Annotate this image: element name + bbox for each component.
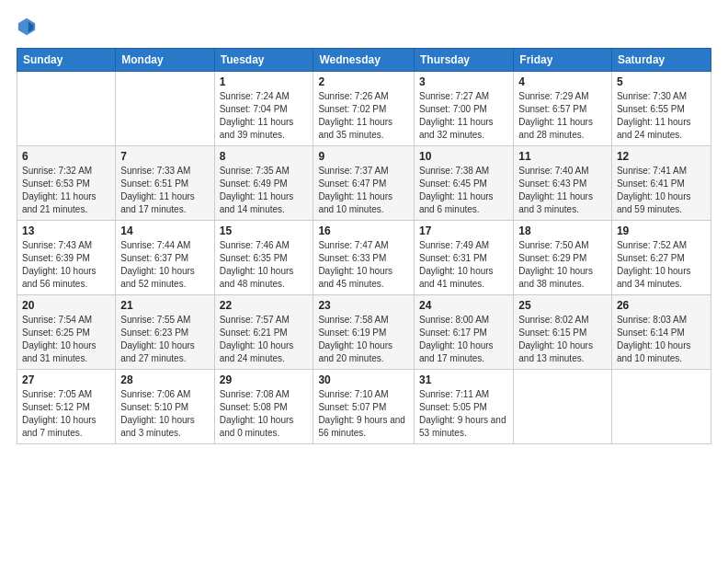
day-number: 20 [22, 299, 110, 312]
day-number: 1 [220, 75, 309, 88]
day-number: 14 [120, 224, 209, 237]
weekday-header-friday: Friday [514, 49, 612, 72]
weekday-header-tuesday: Tuesday [214, 49, 313, 72]
day-info: Sunrise: 7:27 AM Sunset: 7:00 PM Dayligh… [419, 90, 508, 142]
day-cell [116, 72, 214, 146]
day-number: 13 [22, 224, 110, 237]
day-info: Sunrise: 7:37 AM Sunset: 6:47 PM Dayligh… [318, 165, 409, 216]
day-cell [611, 370, 711, 444]
week-row-4: 20Sunrise: 7:54 AM Sunset: 6:25 PM Dayli… [17, 295, 711, 370]
day-info: Sunrise: 7:55 AM Sunset: 6:23 PM Dayligh… [120, 314, 209, 365]
day-info: Sunrise: 7:05 AM Sunset: 5:12 PM Dayligh… [22, 388, 110, 440]
day-info: Sunrise: 7:44 AM Sunset: 6:37 PM Dayligh… [120, 239, 209, 291]
day-cell: 1Sunrise: 7:24 AM Sunset: 7:04 PM Daylig… [214, 72, 313, 146]
day-cell: 30Sunrise: 7:10 AM Sunset: 5:07 PM Dayli… [313, 370, 415, 444]
day-info: Sunrise: 8:00 AM Sunset: 6:17 PM Dayligh… [419, 314, 508, 365]
day-number: 4 [518, 75, 607, 88]
day-cell: 26Sunrise: 8:03 AM Sunset: 6:14 PM Dayli… [611, 295, 711, 370]
day-info: Sunrise: 7:08 AM Sunset: 5:08 PM Dayligh… [220, 388, 309, 440]
day-info: Sunrise: 7:33 AM Sunset: 6:51 PM Dayligh… [120, 165, 209, 216]
day-info: Sunrise: 7:30 AM Sunset: 6:55 PM Dayligh… [617, 90, 706, 142]
day-number: 10 [419, 150, 508, 163]
day-cell: 16Sunrise: 7:47 AM Sunset: 6:33 PM Dayli… [313, 221, 415, 295]
weekday-header-thursday: Thursday [414, 49, 513, 72]
day-cell: 17Sunrise: 7:49 AM Sunset: 6:31 PM Dayli… [414, 221, 513, 295]
day-cell: 19Sunrise: 7:52 AM Sunset: 6:27 PM Dayli… [611, 221, 711, 295]
day-number: 30 [318, 373, 409, 386]
day-cell: 31Sunrise: 7:11 AM Sunset: 5:05 PM Dayli… [414, 370, 513, 444]
day-number: 27 [22, 373, 110, 386]
weekday-header-monday: Monday [116, 49, 214, 72]
day-cell: 11Sunrise: 7:40 AM Sunset: 6:43 PM Dayli… [514, 146, 612, 221]
day-cell: 22Sunrise: 7:57 AM Sunset: 6:21 PM Dayli… [214, 295, 313, 370]
day-info: Sunrise: 7:49 AM Sunset: 6:31 PM Dayligh… [419, 239, 508, 291]
day-number: 16 [318, 224, 409, 237]
day-cell: 3Sunrise: 7:27 AM Sunset: 7:00 PM Daylig… [414, 72, 513, 146]
day-number: 8 [220, 150, 309, 163]
day-number: 5 [617, 75, 706, 88]
day-number: 6 [22, 150, 110, 163]
day-info: Sunrise: 7:40 AM Sunset: 6:43 PM Dayligh… [518, 165, 607, 216]
day-info: Sunrise: 7:32 AM Sunset: 6:53 PM Dayligh… [22, 165, 110, 216]
day-number: 17 [419, 224, 508, 237]
day-cell: 7Sunrise: 7:33 AM Sunset: 6:51 PM Daylig… [116, 146, 214, 221]
day-cell: 12Sunrise: 7:41 AM Sunset: 6:41 PM Dayli… [611, 146, 711, 221]
day-cell: 15Sunrise: 7:46 AM Sunset: 6:35 PM Dayli… [214, 221, 313, 295]
weekday-header-sunday: Sunday [17, 49, 116, 72]
day-cell: 24Sunrise: 8:00 AM Sunset: 6:17 PM Dayli… [414, 295, 513, 370]
day-cell: 20Sunrise: 7:54 AM Sunset: 6:25 PM Dayli… [17, 295, 116, 370]
day-number: 25 [518, 299, 607, 312]
day-info: Sunrise: 7:29 AM Sunset: 6:57 PM Dayligh… [518, 90, 607, 142]
weekday-header-row: SundayMondayTuesdayWednesdayThursdayFrid… [17, 49, 711, 72]
day-info: Sunrise: 7:47 AM Sunset: 6:33 PM Dayligh… [318, 239, 409, 291]
day-number: 22 [220, 299, 309, 312]
day-cell: 14Sunrise: 7:44 AM Sunset: 6:37 PM Dayli… [116, 221, 214, 295]
day-cell: 10Sunrise: 7:38 AM Sunset: 6:45 PM Dayli… [414, 146, 513, 221]
day-info: Sunrise: 7:41 AM Sunset: 6:41 PM Dayligh… [617, 165, 706, 216]
day-number: 18 [518, 224, 607, 237]
day-info: Sunrise: 7:57 AM Sunset: 6:21 PM Dayligh… [220, 314, 309, 365]
day-number: 21 [120, 299, 209, 312]
day-number: 31 [419, 373, 508, 386]
day-cell: 6Sunrise: 7:32 AM Sunset: 6:53 PM Daylig… [17, 146, 116, 221]
day-number: 26 [617, 299, 706, 312]
weekday-header-wednesday: Wednesday [313, 49, 415, 72]
day-number: 29 [220, 373, 309, 386]
day-number: 24 [419, 299, 508, 312]
day-cell [514, 370, 612, 444]
day-number: 23 [318, 299, 409, 312]
day-info: Sunrise: 8:02 AM Sunset: 6:15 PM Dayligh… [518, 314, 607, 365]
day-info: Sunrise: 8:03 AM Sunset: 6:14 PM Dayligh… [617, 314, 706, 365]
day-info: Sunrise: 7:11 AM Sunset: 5:05 PM Dayligh… [419, 388, 508, 440]
day-number: 7 [120, 150, 209, 163]
day-cell: 2Sunrise: 7:26 AM Sunset: 7:02 PM Daylig… [313, 72, 415, 146]
header [17, 17, 711, 37]
day-cell: 13Sunrise: 7:43 AM Sunset: 6:39 PM Dayli… [17, 221, 116, 295]
calendar-table: SundayMondayTuesdayWednesdayThursdayFrid… [17, 48, 711, 444]
day-cell: 5Sunrise: 7:30 AM Sunset: 6:55 PM Daylig… [611, 72, 711, 146]
day-cell: 27Sunrise: 7:05 AM Sunset: 5:12 PM Dayli… [17, 370, 116, 444]
day-cell: 9Sunrise: 7:37 AM Sunset: 6:47 PM Daylig… [313, 146, 415, 221]
day-cell: 28Sunrise: 7:06 AM Sunset: 5:10 PM Dayli… [116, 370, 214, 444]
week-row-5: 27Sunrise: 7:05 AM Sunset: 5:12 PM Dayli… [17, 370, 711, 444]
day-cell: 21Sunrise: 7:55 AM Sunset: 6:23 PM Dayli… [116, 295, 214, 370]
day-cell: 18Sunrise: 7:50 AM Sunset: 6:29 PM Dayli… [514, 221, 612, 295]
day-cell: 4Sunrise: 7:29 AM Sunset: 6:57 PM Daylig… [514, 72, 612, 146]
day-number: 3 [419, 75, 508, 88]
day-cell: 8Sunrise: 7:35 AM Sunset: 6:49 PM Daylig… [214, 146, 313, 221]
page: SundayMondayTuesdayWednesdayThursdayFrid… [0, 0, 728, 563]
day-info: Sunrise: 7:52 AM Sunset: 6:27 PM Dayligh… [617, 239, 706, 291]
day-info: Sunrise: 7:58 AM Sunset: 6:19 PM Dayligh… [318, 314, 409, 365]
day-info: Sunrise: 7:50 AM Sunset: 6:29 PM Dayligh… [518, 239, 607, 291]
day-number: 2 [318, 75, 409, 88]
day-info: Sunrise: 7:38 AM Sunset: 6:45 PM Dayligh… [419, 165, 508, 216]
day-number: 12 [617, 150, 706, 163]
day-info: Sunrise: 7:46 AM Sunset: 6:35 PM Dayligh… [220, 239, 309, 291]
day-info: Sunrise: 7:54 AM Sunset: 6:25 PM Dayligh… [22, 314, 110, 365]
week-row-2: 6Sunrise: 7:32 AM Sunset: 6:53 PM Daylig… [17, 146, 711, 221]
day-number: 11 [518, 150, 607, 163]
logo-icon [17, 17, 37, 37]
day-cell: 23Sunrise: 7:58 AM Sunset: 6:19 PM Dayli… [313, 295, 415, 370]
day-info: Sunrise: 7:26 AM Sunset: 7:02 PM Dayligh… [318, 90, 409, 142]
day-number: 19 [617, 224, 706, 237]
